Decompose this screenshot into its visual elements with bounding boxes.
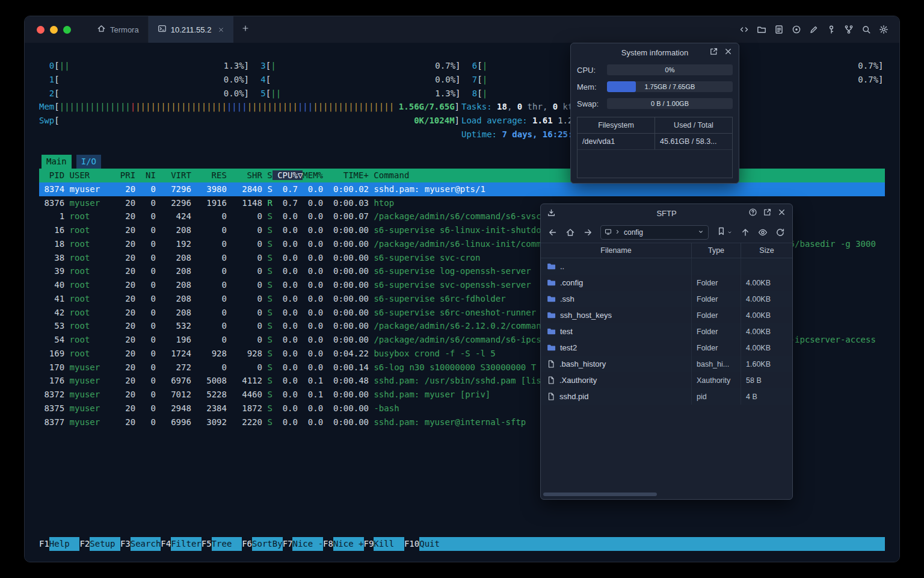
record-icon[interactable]	[792, 25, 801, 34]
path-breadcrumb[interactable]: config	[600, 225, 709, 240]
file-row-.ssh[interactable]: .sshFolder4.00KB	[541, 291, 792, 307]
scrollbar-thumb[interactable]	[543, 493, 657, 496]
column-type[interactable]: Type	[692, 243, 741, 258]
filesystem-table: Filesystem Used / Total /dev/vda1 45.61G…	[577, 117, 733, 178]
fkey-f2[interactable]: F2Setup	[79, 537, 120, 551]
file-row-..[interactable]: ..	[541, 258, 792, 275]
open-in-window-icon[interactable]	[763, 208, 772, 219]
file-name: .bash_history	[559, 359, 606, 368]
htop-screen-tabs: MainI/O	[39, 155, 885, 169]
file-row-.bash_history[interactable]: .bash_historybash_hi...1.60KB	[541, 356, 792, 372]
fkey-f9[interactable]: F9Kill	[364, 537, 404, 551]
branch-icon[interactable]	[844, 25, 854, 34]
tab-close-icon[interactable]	[218, 26, 224, 33]
filesystem-row[interactable]: /dev/vda1 45.61GB / 58.3...	[578, 134, 732, 150]
cpu-meter-5: 5[||1.3%]	[251, 87, 461, 101]
zoom-window-button[interactable]	[63, 26, 71, 34]
termora-window: Termora10.211.55.2 0[||1.3%]3[|0.7%]6[|0…	[24, 16, 900, 562]
fkey-f1[interactable]: F1Help	[39, 537, 79, 551]
file-type: Folder	[692, 291, 741, 307]
folder-icon	[547, 311, 556, 320]
column-filesystem: Filesystem	[578, 117, 655, 133]
fkey-f4[interactable]: F4Filter	[161, 537, 201, 551]
home-button[interactable]	[565, 228, 575, 237]
file-icon	[547, 359, 555, 368]
folder-icon[interactable]	[757, 25, 766, 34]
file-icon	[547, 376, 555, 385]
htop-tab-i-o[interactable]: I/O	[76, 155, 101, 169]
show-hidden-files-button[interactable]	[758, 228, 768, 237]
cpu-usage-bar: 0%	[607, 64, 733, 75]
close-window-button[interactable]	[37, 26, 45, 34]
file-row-ssh_host_keys[interactable]: ssh_host_keysFolder4.00KB	[541, 307, 792, 323]
process-table-header[interactable]: PID USER PRI NI VIRT RES SHR S CPU%▽MEM%…	[39, 169, 885, 182]
file-name: ..	[560, 262, 564, 271]
cpu-meter-3: 3[|0.7%]	[251, 59, 461, 73]
cpu-meter-4: 4[0.0%]	[251, 73, 461, 87]
file-size: 4 B	[741, 388, 792, 405]
file-table-header: Filename Type Size	[541, 243, 792, 258]
file-name: .ssh	[560, 294, 574, 303]
key-icon[interactable]	[827, 25, 836, 34]
minimize-window-button[interactable]	[50, 26, 58, 34]
file-size: 4.00KB	[741, 307, 792, 323]
refresh-button[interactable]	[775, 228, 785, 237]
file-type	[692, 258, 741, 275]
close-icon[interactable]	[724, 47, 733, 58]
search-icon[interactable]	[861, 25, 871, 34]
home-icon	[97, 24, 106, 35]
parent-directory-button[interactable]	[741, 228, 750, 237]
swap-label: Swap:	[577, 99, 602, 108]
bookmarks-button[interactable]	[716, 226, 733, 238]
file-type: Folder	[692, 307, 741, 323]
column-used-total: Used / Total	[655, 117, 732, 133]
file-row-.Xauthority[interactable]: .XauthorityXauthority58 B	[541, 372, 792, 388]
swap-usage-bar: 0 B / 1.00GB	[607, 98, 733, 109]
code-icon[interactable]	[739, 25, 749, 34]
file-name: test2	[560, 343, 577, 352]
open-in-window-icon[interactable]	[709, 47, 718, 58]
folder-icon	[547, 327, 556, 336]
filesystem-used-total: 45.61GB / 58.3...	[655, 134, 732, 149]
new-tab-button[interactable]	[233, 24, 257, 35]
column-size[interactable]: Size	[741, 243, 792, 258]
folder-icon	[547, 343, 556, 352]
tab-termora[interactable]: Termora	[88, 16, 149, 43]
mem-usage-text: 1.75GB / 7.65GB	[607, 81, 733, 92]
tab-10-211-55-2[interactable]: 10.211.55.2	[149, 16, 234, 43]
close-icon[interactable]	[777, 208, 786, 219]
sort-column-cpu[interactable]: CPU%▽	[273, 170, 303, 180]
file-row-sshd.pid[interactable]: sshd.pidpid4 B	[541, 388, 792, 405]
fkey-f10[interactable]: F10Quit	[404, 537, 450, 551]
column-filename[interactable]: Filename	[541, 243, 692, 258]
file-size: 4.00KB	[741, 340, 792, 356]
gear-icon[interactable]	[879, 25, 889, 34]
fkey-f3[interactable]: F3Search	[120, 537, 161, 551]
cpu-meter-2: 2[0.0%]	[39, 87, 249, 101]
fkey-f5[interactable]: F5Tree	[202, 537, 242, 551]
file-list-icon[interactable]	[774, 25, 784, 34]
forward-button[interactable]	[583, 228, 593, 237]
fkey-f8[interactable]: F8Nice +	[323, 537, 363, 551]
tab-label: Termora	[110, 25, 139, 34]
help-icon[interactable]	[748, 208, 757, 219]
htop-tab-main[interactable]: Main	[42, 155, 72, 169]
fkey-f6[interactable]: F6SortBy	[242, 537, 282, 551]
transfers-icon[interactable]	[547, 208, 556, 217]
fkey-f7[interactable]: F7Nice -	[283, 537, 323, 551]
pencil-icon[interactable]	[809, 25, 819, 34]
file-name: .Xauthority	[559, 376, 597, 385]
process-row-8374[interactable]: 8374 myuser 20 0 7296 3980 2840 S 0.7 0.…	[39, 182, 885, 196]
file-type: bash_hi...	[692, 356, 741, 372]
chevron-down-icon[interactable]	[697, 227, 704, 238]
sftp-panel: SFTP config	[540, 204, 793, 500]
file-row-test2[interactable]: test2Folder4.00KB	[541, 340, 792, 356]
swap-usage-row: Swap: 0 B / 1.00GB	[571, 95, 739, 112]
cpu-usage-row: CPU: 0%	[571, 61, 739, 78]
file-row-.config[interactable]: .configFolder4.00KB	[541, 275, 792, 291]
file-row-test[interactable]: testFolder4.00KB	[541, 323, 792, 340]
horizontal-scrollbar[interactable]	[543, 493, 790, 497]
file-size: 4.00KB	[741, 275, 792, 291]
traffic-lights	[25, 26, 81, 34]
back-button[interactable]	[548, 228, 558, 237]
